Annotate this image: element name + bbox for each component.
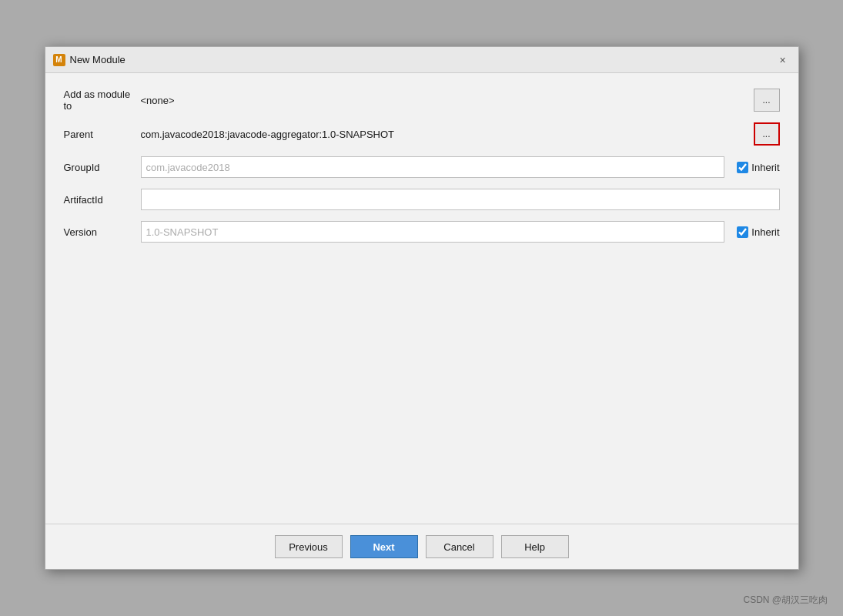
- title-bar: M New Module ×: [45, 47, 798, 73]
- group-id-inherit-checkbox[interactable]: [737, 162, 748, 173]
- group-id-inherit-label: Inherit: [751, 162, 779, 173]
- artifact-id-input[interactable]: [141, 189, 780, 210]
- version-label: Version: [64, 226, 141, 238]
- watermark: CSDN @胡汉三吃肉: [743, 594, 828, 607]
- version-row: Version Inherit: [64, 221, 780, 243]
- help-button[interactable]: Help: [501, 535, 569, 558]
- version-input[interactable]: [141, 221, 725, 243]
- next-button[interactable]: Next: [350, 535, 418, 558]
- add-as-module-row: Add as module to <none> ...: [64, 89, 780, 112]
- version-inherit-checkbox[interactable]: [737, 226, 748, 238]
- parent-input-row: com.javacode2018:javacode-aggregator:1.0…: [141, 122, 780, 146]
- title-bar-left: M New Module: [53, 54, 125, 66]
- group-id-row: GroupId Inherit: [64, 156, 780, 178]
- artifact-id-input-container: [141, 189, 780, 210]
- dialog-content: Add as module to <none> ... Parent com.j…: [45, 73, 798, 524]
- group-id-inherit-container: Inherit: [737, 162, 779, 173]
- previous-button[interactable]: Previous: [275, 535, 343, 558]
- version-inherit-container: Inherit: [737, 226, 779, 238]
- parent-label: Parent: [64, 129, 141, 140]
- group-id-input-container: Inherit: [141, 156, 780, 178]
- group-id-input[interactable]: [141, 156, 725, 178]
- artifact-id-row: ArtifactId: [64, 189, 780, 210]
- dialog-footer: Previous Next Cancel Help: [45, 524, 798, 569]
- close-button[interactable]: ×: [775, 52, 791, 68]
- dialog-title: New Module: [70, 54, 125, 65]
- parent-value: com.javacode2018:javacode-aggregator:1.0…: [141, 129, 441, 140]
- parent-row: Parent com.javacode2018:javacode-aggrega…: [64, 122, 780, 146]
- add-as-module-label: Add as module to: [64, 89, 141, 112]
- version-inherit-label: Inherit: [751, 226, 779, 238]
- artifact-id-label: ArtifactId: [64, 194, 141, 206]
- add-as-module-browse-button[interactable]: ...: [754, 89, 780, 112]
- parent-browse-button[interactable]: ...: [754, 122, 780, 146]
- cancel-button[interactable]: Cancel: [426, 535, 493, 558]
- group-id-label: GroupId: [64, 162, 141, 173]
- add-as-module-value: <none>: [141, 95, 441, 106]
- dialog-icon: M: [53, 54, 65, 66]
- add-as-module-input-row: <none> ...: [141, 89, 780, 112]
- version-input-container: Inherit: [141, 221, 780, 243]
- new-module-dialog: M New Module × Add as module to <none> .…: [45, 46, 799, 570]
